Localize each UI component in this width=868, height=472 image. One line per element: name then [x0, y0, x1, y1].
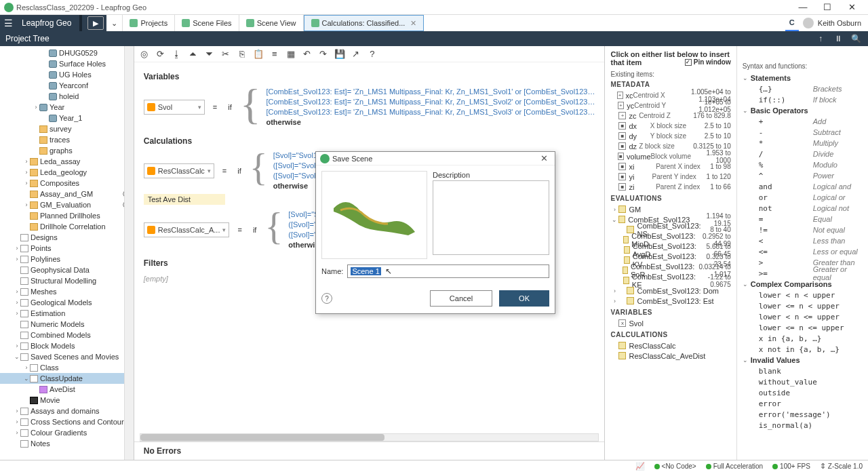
evaluation-row[interactable]: CombEst_Svol123: KE-1.22 to 0.9675 [610, 275, 730, 286]
tree-item[interactable]: DHUG0529 [0, 47, 134, 58]
syntax-group[interactable]: ⌄Invalid Values [743, 355, 863, 366]
play-button[interactable]: ▶ [87, 16, 104, 30]
menu-icon[interactable]: ☰ [0, 15, 16, 31]
syntax-row[interactable]: lower <= n <= upper [743, 322, 863, 333]
cancel-button[interactable]: Cancel [430, 290, 492, 307]
evaluation-row[interactable]: ›CombEst_Svol123: Est [610, 296, 730, 306]
tab-scene-view[interactable]: Scene View [239, 15, 304, 31]
expand-icon[interactable]: › [14, 245, 20, 252]
syntax-row[interactable]: lower < n < upper [743, 290, 863, 300]
tree-item[interactable]: ›Assays and domains [0, 406, 134, 416]
status-chart-icon[interactable]: 📈 [635, 462, 645, 471]
expand-icon[interactable]: › [33, 104, 39, 111]
metadata-row[interactable]: +zcCentroid Z176 to 829.8 [610, 111, 730, 121]
tree-item[interactable]: Assay_and_GM💬 [0, 189, 134, 199]
maximize-button[interactable]: ☐ [815, 1, 840, 14]
expand-icon[interactable]: › [14, 342, 20, 349]
panel-search-icon[interactable]: 🔍 [849, 32, 863, 45]
tree-item[interactable]: ›Leda_assay [0, 156, 134, 167]
expand-icon[interactable]: › [14, 256, 20, 262]
sidebar-scrollbar[interactable] [124, 46, 134, 460]
tree-item[interactable]: Movie [0, 395, 134, 406]
syntax-row[interactable]: %Modulo [743, 159, 863, 170]
expand-icon[interactable]: ⌄ [14, 353, 20, 360]
tree-item[interactable]: Surface Holes [0, 58, 134, 69]
variable-row[interactable]: xSvol [610, 318, 730, 328]
metadata-row[interactable]: ■dyY block size2.5 to 10 [610, 131, 730, 141]
tree-item[interactable]: Combined Models [0, 330, 134, 340]
expand-icon[interactable]: › [14, 429, 20, 436]
tree-item[interactable]: Structural Modelling [0, 275, 134, 286]
syntax-row[interactable]: is_normal(a) [743, 420, 863, 431]
tree-item[interactable]: ›Estimation [0, 308, 134, 319]
tree-item[interactable]: holeid [0, 91, 134, 102]
syntax-row[interactable]: {…}Brackets [743, 83, 863, 94]
tab-projects[interactable]: Projects [123, 15, 175, 31]
tb-save-icon[interactable]: 💾 [334, 48, 346, 60]
panel-pause-icon[interactable]: ⏸ [831, 32, 845, 45]
calc-combo-1[interactable]: ResClassCalc▾ [144, 163, 214, 178]
tree-item[interactable]: ›Points [0, 243, 134, 254]
expand-icon[interactable]: › [23, 180, 30, 186]
tb-double-up-icon[interactable]: ⏶ [187, 48, 199, 60]
tree-item[interactable]: UG Holes [0, 69, 134, 80]
tb-refresh-icon[interactable]: ⟳ [155, 48, 167, 60]
dialog-titlebar[interactable]: Save Scene ✕ [316, 152, 555, 165]
evaluation-row[interactable]: ›CombEst_Svol123: Dom [610, 286, 730, 296]
syntax-row[interactable]: notLogical not [743, 203, 863, 214]
metadata-row[interactable]: ■xiParent X index1 to 98 [610, 161, 730, 172]
tree-item[interactable]: ›Colour Gradients [0, 427, 134, 438]
tree-item[interactable]: ›Year [0, 102, 134, 113]
calculation-row[interactable]: ResClassCalc [610, 340, 730, 351]
tree-item[interactable]: ›Class [0, 362, 134, 373]
tree-item[interactable]: ⌄ClassUpdate [0, 373, 134, 384]
calc-combo-2[interactable]: ResClassCalc_A...▾ [144, 222, 230, 237]
syntax-row[interactable]: <=Less or equal [743, 246, 863, 257]
tb-list-icon[interactable]: ≡ [269, 48, 281, 60]
syntax-row[interactable]: <Less than [743, 235, 863, 246]
tree-item[interactable]: ›Leda_geology [0, 167, 134, 178]
name-input[interactable]: Scene 1 ↖ [347, 264, 549, 278]
expand-icon[interactable]: › [23, 364, 30, 371]
tab-close-icon[interactable]: ✕ [410, 19, 416, 28]
tree-item[interactable]: traces [0, 134, 134, 145]
syntax-row[interactable]: error('message') [743, 409, 863, 420]
variable-code[interactable]: [CombEst_Svol123: Est]= 'Zn_LMS1 Multipa… [266, 87, 595, 126]
syntax-row[interactable]: ^Power [743, 170, 863, 181]
tree-item[interactable]: Designs [0, 232, 134, 243]
expand-icon[interactable]: › [14, 310, 20, 317]
tree-item[interactable]: ›Geological Models [0, 297, 134, 308]
panel-up-icon[interactable]: ↑ [814, 32, 827, 45]
tree-item[interactable]: Geophysical Data [0, 264, 134, 275]
tab-calculations[interactable]: Calculations: Classified...✕ [304, 15, 425, 31]
tb-cut-icon[interactable]: ✂ [220, 48, 232, 60]
metadata-row[interactable]: ■yiParent Y index1 to 120 [610, 172, 730, 182]
expand-icon[interactable]: › [14, 408, 20, 414]
syntax-row[interactable]: blank [743, 366, 863, 376]
tb-paste-icon[interactable]: 📋 [252, 48, 264, 60]
tb-help-icon[interactable]: ? [366, 48, 378, 60]
tab-scene-files[interactable]: Scene Files [175, 15, 239, 31]
calculation-row[interactable]: ResClassCalc_AveDist [610, 351, 730, 361]
tree-item[interactable]: survey [0, 123, 134, 134]
syntax-row[interactable]: lower <= n < upper [743, 300, 863, 311]
tb-redo-icon[interactable]: ↷ [317, 48, 330, 60]
syntax-group[interactable]: ⌄Basic Operators [743, 105, 863, 116]
tree-item[interactable]: ⌄Saved Scenes and Movies [0, 351, 134, 362]
tb-double-down-icon[interactable]: ⏷ [203, 48, 216, 60]
metadata-row[interactable]: ■dxX block size2.5 to 10 [610, 121, 730, 131]
syntax-row[interactable]: =Equal [743, 214, 863, 224]
syntax-row[interactable]: /Divide [743, 149, 863, 159]
minimize-button[interactable]: — [791, 1, 815, 14]
syntax-row[interactable]: if(::)If block [743, 94, 863, 105]
user-block[interactable]: C Keith Osburn [778, 15, 868, 31]
syntax-group[interactable]: ⌄Statements [743, 73, 863, 83]
tree-item[interactable]: ›Cross Sections and Contours [0, 416, 134, 427]
syntax-row[interactable]: andLogical and [743, 181, 863, 192]
tb-grid-icon[interactable]: ▦ [285, 48, 297, 60]
syntax-row[interactable]: outside [743, 387, 863, 398]
ok-button[interactable]: OK [499, 290, 549, 307]
tb-export-icon[interactable]: ↗ [350, 48, 362, 60]
tree-item[interactable]: Year_1 [0, 113, 134, 123]
status-fullaccel[interactable]: Full Acceleration [706, 463, 763, 470]
